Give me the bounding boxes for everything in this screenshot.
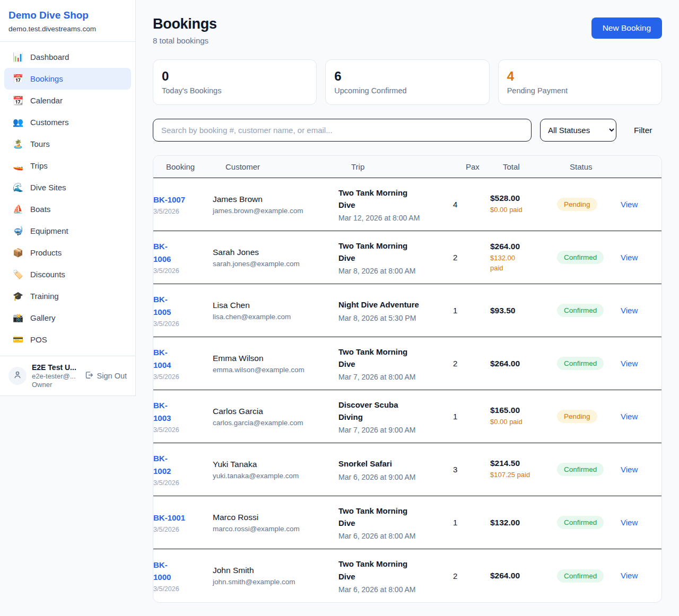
action-cell: View — [621, 253, 661, 262]
page-title-block: Bookings 8 total bookings — [153, 16, 217, 45]
view-link[interactable]: View — [621, 412, 638, 421]
booking-id-link[interactable]: BK-1001 — [153, 512, 185, 524]
people-icon: 👥 — [13, 117, 23, 127]
view-link[interactable]: View — [621, 359, 638, 368]
booking-cell: BK-1001 3/5/2026 — [153, 512, 213, 533]
sidebar-item-label: Tours — [30, 139, 50, 148]
booking-id-link[interactable]: BK-1004 — [153, 346, 171, 371]
sidebar-item-pos[interactable]: 💳 POS — [4, 329, 131, 350]
status-filter-select[interactable]: All Statuses — [540, 119, 616, 142]
status-badge: Pending — [557, 410, 597, 423]
column-header-pax: Pax — [466, 162, 503, 171]
table-row: BK-1004 3/5/2026 Emma Wilson emma.wilson… — [153, 337, 661, 390]
table-body: BK-1007 3/5/2026 James Brown james.brown… — [153, 178, 661, 602]
view-link[interactable]: View — [621, 200, 638, 209]
table-row: BK-1003 3/5/2026 Carlos Garcia carlos.ga… — [153, 390, 661, 443]
sidebar-item-tours[interactable]: 🏝️ Tours — [4, 133, 131, 155]
column-header-customer: Customer — [225, 162, 351, 171]
sidebar-item-label: Training — [30, 292, 59, 301]
stats-row: 0 Today's Bookings 6 Upcoming Confirmed … — [153, 59, 662, 105]
sidebar-nav: 📊 Dashboard 📅 Bookings 📆 Calendar 👥 Cust… — [0, 42, 135, 356]
sidebar-item-trips[interactable]: 🚤 Trips — [4, 155, 131, 177]
status-badge: Confirmed — [557, 304, 604, 317]
column-header-trip: Trip — [351, 162, 466, 171]
sidebar-item-calendar[interactable]: 📆 Calendar — [4, 90, 131, 111]
stat-card-todays-bookings: 0 Today's Bookings — [153, 59, 317, 105]
pax-count: 2 — [453, 359, 490, 368]
trip-datetime: Mar 6, 2026 at 8:00 AM — [338, 532, 453, 540]
sidebar-item-dive-sites[interactable]: 🌊 Dive Sites — [4, 177, 131, 198]
pax-count: 1 — [453, 518, 490, 527]
trip-cell: Snorkel Safari Mar 6, 2026 at 9:00 AM — [338, 457, 453, 481]
status-badge: Confirmed — [557, 357, 604, 370]
action-cell: View — [621, 359, 661, 368]
total-amount: $264.00 — [490, 242, 557, 251]
view-link[interactable]: View — [621, 306, 638, 315]
stat-value: 0 — [162, 69, 308, 84]
booking-id-link[interactable]: BK-1005 — [153, 293, 171, 318]
graduation-cap-icon: 🎓 — [13, 291, 23, 301]
sign-out-button[interactable]: Sign Out — [84, 371, 127, 381]
total-amount: $264.00 — [490, 359, 557, 368]
trip-cell: Two Tank MorningDive Mar 6, 2026 at 8:00… — [338, 505, 453, 541]
sidebar-item-products[interactable]: 📦 Products — [4, 242, 131, 263]
sign-out-label: Sign Out — [97, 372, 127, 380]
filter-row: All Statuses Filter — [153, 119, 662, 142]
view-link[interactable]: View — [621, 571, 638, 580]
customer-cell: Emma Wilson emma.wilson@example.com — [213, 354, 338, 374]
status-badge: Confirmed — [557, 251, 604, 264]
sidebar-item-equipment[interactable]: 🤿 Equipment — [4, 220, 131, 242]
view-link[interactable]: View — [621, 253, 638, 262]
booking-id-link[interactable]: BK-1003 — [153, 399, 171, 424]
search-input[interactable] — [153, 119, 532, 142]
sidebar-item-training[interactable]: 🎓 Training — [4, 285, 131, 307]
sidebar-item-label: POS — [30, 335, 47, 344]
new-booking-button[interactable]: New Booking — [591, 17, 662, 39]
view-link[interactable]: View — [621, 518, 638, 527]
sidebar-item-label: Dive Sites — [30, 183, 66, 192]
booking-cell: BK-1006 3/5/2026 — [153, 240, 213, 275]
booking-id-link[interactable]: BK-1007 — [153, 193, 185, 206]
table-row: BK-1000 3/5/2026 John Smith john.smith@e… — [153, 549, 661, 602]
column-header-booking: Booking — [166, 162, 225, 171]
sidebar-item-dashboard[interactable]: 📊 Dashboard — [4, 46, 131, 68]
column-header-status: Status — [570, 162, 633, 171]
sidebar-item-customers[interactable]: 👥 Customers — [4, 111, 131, 133]
status-cell: Confirmed — [557, 357, 621, 370]
trip-datetime: Mar 6, 2026 at 8:00 AM — [338, 585, 453, 594]
total-cell: $264.00 $132.00paid — [490, 242, 557, 274]
trip-name: Two Tank MorningDive — [338, 187, 453, 212]
pax-count: 2 — [453, 571, 490, 580]
sidebar-item-gallery[interactable]: 📸 Gallery — [4, 307, 131, 329]
paid-amount: $0.00 paid — [490, 417, 557, 427]
sidebar-item-boats[interactable]: ⛵ Boats — [4, 198, 131, 220]
sidebar-item-label: Trips — [30, 161, 48, 170]
booking-date: 3/5/2026 — [153, 320, 213, 328]
customer-email: lisa.chen@example.com — [213, 313, 338, 321]
sidebar-item-bookings[interactable]: 📅 Bookings — [4, 68, 131, 90]
sidebar-item-discounts[interactable]: 🏷️ Discounts — [4, 263, 131, 285]
pax-count: 3 — [453, 465, 490, 474]
total-amount: $132.00 — [490, 518, 557, 527]
customer-cell: Yuki Tanaka yuki.tanaka@example.com — [213, 460, 338, 480]
booking-id-link[interactable]: BK-1002 — [153, 452, 171, 477]
action-cell: View — [621, 571, 661, 580]
trip-datetime: Mar 7, 2026 at 9:00 AM — [338, 426, 453, 434]
view-link[interactable]: View — [621, 465, 638, 474]
customer-email: john.smith@example.com — [213, 578, 338, 586]
trip-name: Two Tank MorningDive — [338, 346, 453, 371]
booking-id-link[interactable]: BK-1006 — [153, 240, 171, 265]
action-cell: View — [621, 200, 661, 209]
pax-count: 1 — [453, 306, 490, 315]
sidebar-item-label: Discounts — [30, 270, 65, 279]
status-cell: Confirmed — [557, 463, 621, 476]
island-icon: 🏝️ — [13, 139, 23, 149]
package-icon: 📦 — [13, 248, 23, 258]
trip-name: Two Tank MorningDive — [338, 240, 453, 265]
pax-count: 1 — [453, 412, 490, 421]
booking-id-link[interactable]: BK-1000 — [153, 559, 171, 584]
filter-button[interactable]: Filter — [634, 126, 652, 135]
trip-name: Discover ScubaDiving — [338, 399, 453, 424]
brand-block: Demo Dive Shop demo.test.divestreams.com — [0, 0, 135, 42]
paid-amount: $132.00paid — [490, 253, 557, 274]
